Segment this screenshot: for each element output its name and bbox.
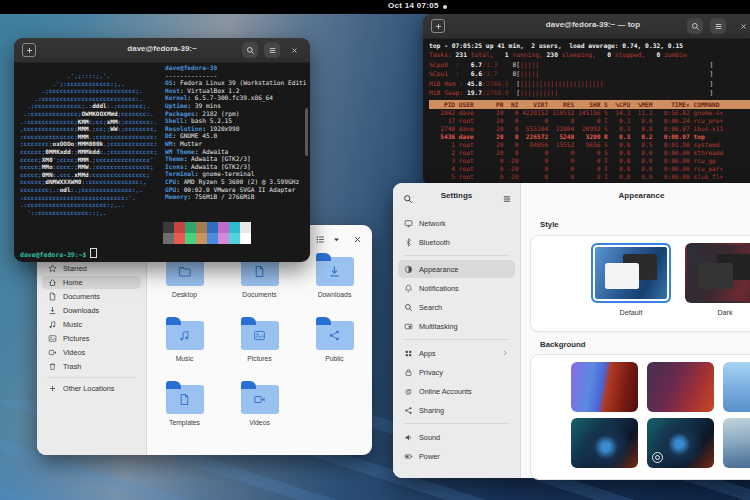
- folder-icon: [316, 321, 354, 350]
- music-glyph-icon: [178, 329, 191, 342]
- process-row: 5 root 0 -20 0 0 0 I 0.0 0.0 0:00.00 slu…: [429, 173, 750, 181]
- wallpaper-thumb-1[interactable]: [571, 362, 638, 412]
- style-option-default[interactable]: Default: [591, 243, 671, 317]
- wallpaper-thumb-5[interactable]: [647, 418, 714, 468]
- settings-item-network[interactable]: Network: [398, 214, 515, 232]
- appearance-icon: [404, 265, 413, 274]
- folder-label: Downloads: [318, 291, 352, 298]
- folder-label: Desktop: [172, 291, 197, 298]
- color-swatch: [174, 233, 185, 244]
- neofetch-line: WM Theme: Adwaita: [165, 148, 307, 156]
- files-folder-grid: DesktopDocumentsDownloadsMusicPicturesPu…: [147, 249, 372, 441]
- settings-item-privacy[interactable]: Privacy: [398, 363, 515, 381]
- folder-templates[interactable]: Templates: [147, 377, 222, 441]
- wallpaper-thumb-2[interactable]: [647, 362, 714, 412]
- settings-item-multitasking[interactable]: Multitasking: [398, 317, 515, 335]
- battery-icon: [404, 452, 413, 461]
- neofetch-info: dave@fedora-39--------------OS: Fedora L…: [165, 64, 307, 201]
- folder-icon: [316, 257, 354, 286]
- folder-icon: [241, 321, 279, 350]
- settings-item-label: Sharing: [419, 406, 444, 415]
- neofetch-line: DE: GNOME 45.0: [165, 132, 307, 140]
- settings-item-bluetooth[interactable]: Bluetooth: [398, 233, 515, 251]
- sidebar-separator: [403, 423, 510, 424]
- settings-item-online-accounts[interactable]: @Online Accounts: [398, 382, 515, 400]
- folder-public[interactable]: Public: [297, 313, 372, 377]
- neofetch-line: Packages: 2182 (rpm): [165, 110, 307, 118]
- neofetch-line: GPU: 00:02.0 VMware SVGA II Adapter: [165, 186, 307, 194]
- background-section-label: Background: [540, 340, 586, 349]
- sidebar-item-home[interactable]: Home: [42, 276, 141, 289]
- folder-downloads[interactable]: Downloads: [297, 249, 372, 313]
- menu-button[interactable]: [710, 18, 726, 34]
- video-glyph-icon: [253, 393, 266, 406]
- folder-music[interactable]: Music: [147, 313, 222, 377]
- clock[interactable]: Oct 14 07:05: [388, 1, 439, 10]
- files-close-button[interactable]: [352, 231, 363, 249]
- sidebar-item-music[interactable]: Music: [42, 318, 141, 331]
- bluetooth-icon: [404, 238, 413, 247]
- star-icon: [48, 264, 57, 273]
- color-swatch: [218, 233, 229, 244]
- color-swatch: [163, 233, 174, 244]
- settings-item-notifications[interactable]: Notifications: [398, 279, 515, 297]
- settings-item-appearance[interactable]: Appearance: [398, 260, 515, 278]
- multitask-icon: [404, 322, 413, 331]
- wallpaper-thumb-4[interactable]: [571, 418, 638, 468]
- settings-item-power[interactable]: Power: [398, 447, 515, 465]
- sidebar-item-label: Pictures: [63, 334, 89, 343]
- settings-item-label: Network: [419, 219, 446, 228]
- close-button[interactable]: [286, 42, 302, 58]
- search-button[interactable]: [242, 42, 258, 58]
- preview-front-window: [699, 263, 733, 289]
- sidebar-item-videos[interactable]: Videos: [42, 346, 141, 359]
- sidebar-item-trash[interactable]: Trash: [42, 360, 141, 373]
- top-summary-line: MiB Swap: 19.7/2768.0 [|||||||||| ]: [429, 88, 750, 97]
- settings-item-apps[interactable]: Apps: [398, 344, 515, 362]
- sidebar-item-starred[interactable]: Starred: [42, 262, 141, 275]
- document-glyph-icon: [178, 393, 191, 406]
- sidebar-item-other-locations[interactable]: Other Locations: [42, 382, 141, 395]
- settings-item-label: Multitasking: [419, 322, 458, 331]
- top-summary-line: top - 07:05:25 up 41 min, 2 users, load …: [429, 41, 750, 50]
- folder-label: Music: [176, 355, 194, 362]
- wallpaper-thumb-6[interactable]: [723, 418, 750, 468]
- close-button[interactable]: [735, 18, 750, 34]
- folder-pictures[interactable]: Pictures: [222, 313, 297, 377]
- folder-label: Documents: [242, 291, 276, 298]
- terminal1-titlebar[interactable]: dave@fedora-39:~: [14, 38, 310, 63]
- neofetch-line: dave@fedora-39: [165, 64, 307, 72]
- process-table-header: PID USER PR NI VIRT RES SHR S %CPU %MEM …: [429, 100, 750, 109]
- color-swatch: [163, 222, 174, 233]
- sidebar-item-documents[interactable]: Documents: [42, 290, 141, 303]
- sidebar-item-pictures[interactable]: Pictures: [42, 332, 141, 345]
- wallpaper-thumb-3[interactable]: [723, 362, 750, 412]
- folder-videos[interactable]: Videos: [222, 377, 297, 441]
- lock-icon: [404, 368, 413, 377]
- scrollbar[interactable]: [305, 108, 308, 156]
- settings-item-sharing[interactable]: Sharing: [398, 401, 515, 419]
- sidebar-item-downloads[interactable]: Downloads: [42, 304, 141, 317]
- top-output: top - 07:05:25 up 41 min, 2 users, load …: [429, 41, 750, 181]
- settings-item-sound[interactable]: Sound: [398, 428, 515, 446]
- sidebar-item-label: Documents: [63, 292, 100, 301]
- neofetch-line: OS: Fedora Linux 39 (Workstation Editi: [165, 79, 307, 87]
- sidebar-item-label: Videos: [63, 348, 85, 357]
- menu-icon[interactable]: [502, 190, 512, 208]
- download-glyph-icon: [328, 265, 341, 278]
- menu-button[interactable]: [264, 42, 280, 58]
- view-options-caret[interactable]: [331, 231, 342, 249]
- search-button[interactable]: [687, 18, 703, 34]
- folder-glyph-icon: [178, 265, 191, 278]
- style-option-dark[interactable]: Dark: [685, 243, 750, 317]
- document-glyph-icon: [253, 265, 266, 278]
- style-option-label: Default: [591, 308, 671, 317]
- neofetch-line: Icons: Adwaita [GTK2/3]: [165, 163, 307, 171]
- preview-front-window: [605, 263, 639, 289]
- terminal2-titlebar[interactable]: dave@fedora-39:~ — top: [423, 14, 750, 39]
- background-card: [530, 354, 750, 480]
- top-summary-line: MiB Mem : 45.8/2766.5 [|||||||||||||||||…: [429, 79, 750, 88]
- list-view-button[interactable]: [315, 231, 326, 249]
- color-swatch: [229, 233, 240, 244]
- settings-item-search[interactable]: Search: [398, 298, 515, 316]
